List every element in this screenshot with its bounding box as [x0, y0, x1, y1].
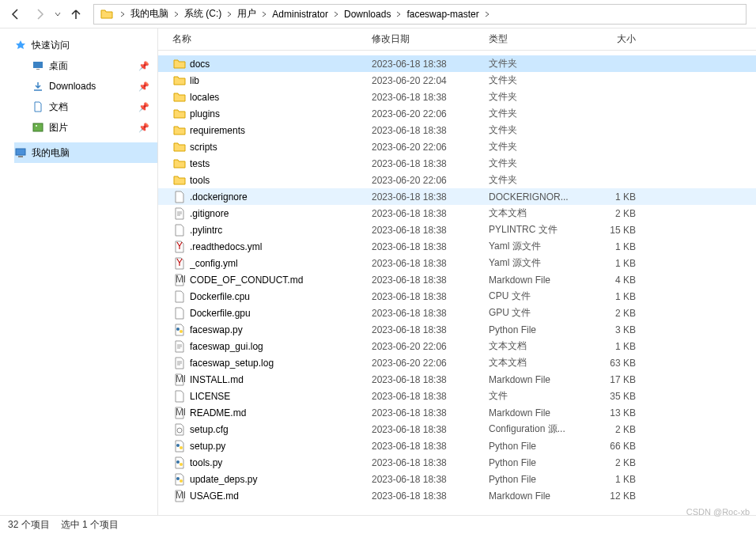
file-type: Markdown File — [489, 490, 582, 502]
file-name: tools.py — [190, 457, 372, 468]
file-name: requirements — [190, 125, 372, 136]
chevron-right-icon[interactable] — [225, 11, 234, 17]
file-row[interactable]: faceswap_setup.log 2023-06-20 22:06 文本文档… — [158, 354, 756, 371]
file-date: 2023-06-18 18:38 — [372, 324, 489, 335]
pin-icon: 📌 — [138, 123, 149, 133]
up-button[interactable] — [65, 3, 87, 25]
column-date[interactable]: 修改日期 — [372, 32, 489, 46]
breadcrumb-item[interactable]: Downloads — [341, 5, 394, 24]
svg-text:MD: MD — [176, 274, 185, 285]
file-row[interactable]: scripts 2023-06-20 22:06 文件夹 — [158, 138, 756, 155]
file-row[interactable]: update_deps.py 2023-06-18 18:38 Python F… — [158, 471, 756, 487]
file-date: 2023-06-18 18:38 — [372, 92, 489, 103]
file-row[interactable]: locales 2023-06-18 18:38 文件夹 — [158, 89, 756, 105]
file-name: docs — [190, 59, 372, 70]
chevron-right-icon[interactable] — [118, 11, 127, 17]
file-date: 2023-06-18 18:38 — [372, 208, 489, 219]
column-type[interactable]: 类型 — [489, 32, 582, 46]
file-row[interactable]: setup.cfg 2023-06-18 18:38 Configuration… — [158, 421, 756, 437]
pictures-icon — [32, 121, 44, 134]
file-row[interactable]: MD CODE_OF_CONDUCT.md 2023-06-18 18:38 M… — [158, 271, 756, 288]
file-type: Yaml 源文件 — [489, 240, 582, 253]
file-row[interactable]: docs 2023-06-18 18:38 文件夹 — [158, 55, 756, 72]
file-row[interactable]: lib 2023-06-20 22:04 文件夹 — [158, 72, 756, 89]
file-row[interactable]: tools 2023-06-20 22:06 文件夹 — [158, 172, 756, 188]
chevron-right-icon[interactable] — [394, 11, 403, 17]
quick-access-header[interactable]: 快速访问 — [14, 35, 157, 55]
svg-point-3 — [36, 125, 37, 127]
file-date: 2023-06-18 18:38 — [372, 291, 489, 302]
navigation-pane[interactable]: 快速访问 桌面📌Downloads📌文档📌图片📌 我的电脑 — [0, 28, 158, 515]
file-row[interactable]: tools.py 2023-06-18 18:38 Python File 2 … — [158, 454, 756, 471]
history-dropdown[interactable] — [52, 11, 63, 17]
file-row[interactable]: MD INSTALL.md 2023-06-18 18:38 Markdown … — [158, 371, 756, 388]
file-row[interactable]: faceswap.py 2023-06-18 18:38 Python File… — [158, 321, 756, 338]
breadcrumb-bar[interactable]: 我的电脑系统 (C:)用户AdministratorDownloadsfaces… — [93, 4, 747, 25]
file-row[interactable]: plugins 2023-06-20 22:06 文件夹 — [158, 105, 756, 122]
file-row[interactable]: .gitignore 2023-06-18 18:38 文本文档 2 KB — [158, 205, 756, 222]
file-name: README.md — [190, 407, 372, 418]
file-size: 2 KB — [582, 457, 645, 468]
back-button[interactable] — [5, 3, 27, 25]
file-row[interactable]: .dockerignore 2023-06-18 18:38 DOCKERIGN… — [158, 188, 756, 205]
svg-text:MD: MD — [176, 407, 185, 418]
breadcrumb-item[interactable]: Administrator — [269, 5, 331, 24]
folder-icon — [99, 6, 115, 22]
file-type: 文本文档 — [489, 206, 582, 220]
sidebar-item[interactable]: 桌面📌 — [14, 55, 157, 76]
file-row[interactable]: .pylintrc 2023-06-18 18:38 PYLINTRC 文件 1… — [158, 222, 756, 238]
py-icon — [172, 440, 187, 453]
file-row[interactable]: Y .readthedocs.yml 2023-06-18 18:38 Yaml… — [158, 238, 756, 255]
file-row[interactable]: requirements 2023-06-18 18:38 文件夹 — [158, 122, 756, 138]
file-date: 2023-06-18 18:38 — [372, 275, 489, 286]
file-row[interactable]: MD USAGE.md 2023-06-18 18:38 Markdown Fi… — [158, 487, 756, 504]
file-type: Python File — [489, 441, 582, 452]
sidebar-item[interactable]: 文档📌 — [14, 97, 157, 117]
text-icon — [172, 357, 187, 369]
chevron-right-icon[interactable] — [331, 11, 341, 17]
file-date: 2023-06-18 18:38 — [372, 490, 489, 502]
file-date: 2023-06-18 18:38 — [372, 241, 489, 252]
column-name[interactable]: 名称 — [172, 32, 372, 46]
file-name: _config.yml — [190, 258, 372, 269]
file-type: 文本文档 — [489, 339, 582, 353]
file-size: 1 KB — [582, 241, 645, 252]
breadcrumb-item[interactable]: 系统 (C:) — [181, 5, 225, 24]
folder-icon — [172, 74, 187, 87]
my-pc-item[interactable]: 我的电脑 — [14, 142, 157, 163]
file-row[interactable]: Dockerfile.gpu 2023-06-18 18:38 GPU 文件 2… — [158, 305, 756, 321]
file-row[interactable]: faceswap_gui.log 2023-06-20 22:06 文本文档 1… — [158, 338, 756, 354]
file-size: 1 KB — [582, 258, 645, 269]
file-row[interactable]: Y _config.yml 2023-06-18 18:38 Yaml 源文件 … — [158, 255, 756, 271]
md-icon: MD — [172, 490, 187, 502]
file-size: 2 KB — [582, 424, 645, 435]
chevron-right-icon[interactable] — [259, 11, 269, 17]
file-date: 2023-06-18 18:38 — [372, 374, 489, 385]
sidebar-item[interactable]: 图片📌 — [14, 117, 157, 138]
column-headers[interactable]: 名称 修改日期 类型 大小 — [158, 28, 756, 51]
quick-access-label: 快速访问 — [32, 39, 70, 52]
file-row[interactable]: setup.py 2023-06-18 18:38 Python File 66… — [158, 437, 756, 454]
pc-icon — [14, 146, 27, 159]
folder-icon — [172, 58, 187, 70]
breadcrumb-item[interactable]: 用户 — [234, 5, 259, 24]
file-name: faceswap_setup.log — [190, 358, 372, 369]
column-size[interactable]: 大小 — [582, 32, 645, 46]
forward-button[interactable] — [28, 3, 51, 25]
chevron-right-icon[interactable] — [172, 11, 181, 17]
chevron-right-icon[interactable] — [482, 11, 492, 17]
breadcrumb-item[interactable]: 我的电脑 — [127, 5, 172, 24]
file-row[interactable]: Dockerfile.cpu 2023-06-18 18:38 CPU 文件 1… — [158, 288, 756, 305]
folder-icon — [172, 157, 187, 170]
file-row[interactable]: tests 2023-06-18 18:38 文件夹 — [158, 155, 756, 172]
file-size: 3 KB — [582, 324, 645, 335]
sidebar-item[interactable]: Downloads📌 — [14, 76, 157, 97]
file-row[interactable]: LICENSE 2023-06-18 18:38 文件 35 KB — [158, 388, 756, 404]
file-icon — [172, 290, 187, 303]
svg-point-14 — [176, 444, 180, 447]
breadcrumb-item[interactable]: faceswap-master — [403, 5, 482, 24]
file-rows[interactable]: docs 2023-06-18 18:38 文件夹 lib 2023-06-20… — [158, 51, 756, 515]
file-type: 文件夹 — [489, 57, 582, 70]
file-row[interactable]: MD README.md 2023-06-18 18:38 Markdown F… — [158, 404, 756, 421]
file-date: 2023-06-18 18:38 — [372, 391, 489, 402]
